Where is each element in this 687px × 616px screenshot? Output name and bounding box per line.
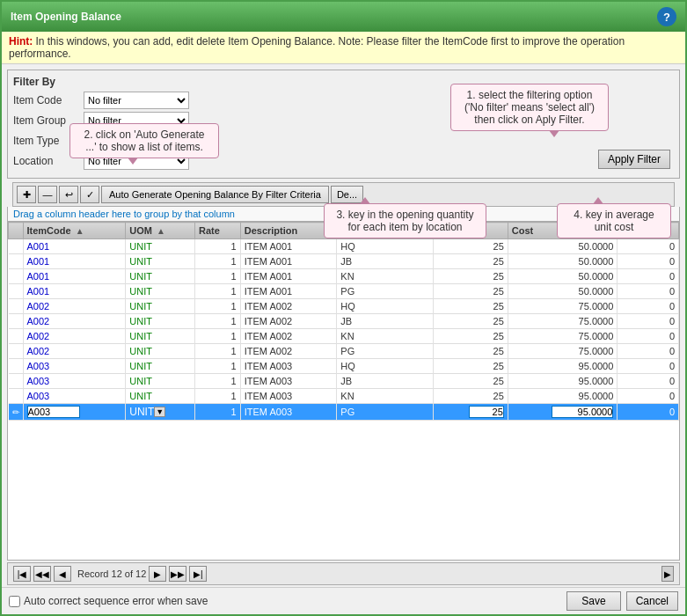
help-button[interactable]: ? bbox=[657, 7, 676, 26]
rate-cell: 1 bbox=[194, 284, 240, 299]
undo-button[interactable]: ↩ bbox=[59, 186, 78, 203]
table-row[interactable]: A002 UNIT 1 ITEM A002 JB 25 75.0000 0 bbox=[9, 314, 679, 329]
description-cell: ITEM A001 bbox=[240, 284, 337, 299]
location-cell: HQ bbox=[337, 299, 434, 314]
add-button[interactable]: ✚ bbox=[17, 186, 36, 203]
col-indicator bbox=[9, 223, 24, 239]
quantity-cell: 25 bbox=[434, 389, 508, 404]
cost-cell: 50.0000 bbox=[508, 269, 618, 284]
item-code-cell: A002 bbox=[23, 314, 126, 329]
row-indicator-cell bbox=[9, 284, 24, 299]
auto-correct-label: Auto correct sequence error when save bbox=[24, 595, 208, 607]
rate-cell: 1 bbox=[194, 329, 240, 344]
quantity-cell[interactable] bbox=[434, 404, 508, 421]
table-row[interactable]: A002 UNIT 1 ITEM A002 HQ 25 75.0000 0 bbox=[9, 299, 679, 314]
de-button[interactable]: De... bbox=[331, 186, 363, 203]
table-row[interactable]: A003 UNIT 1 ITEM A003 JB 25 95.0000 0 bbox=[9, 374, 679, 389]
table-row[interactable]: ✏ UNIT▼ 1 ITEM A003 PG 0 bbox=[9, 404, 679, 421]
col-description[interactable]: Description bbox=[240, 223, 337, 239]
content-area: Filter By Item Code No filter Item Group… bbox=[2, 64, 685, 614]
table-row[interactable]: A002 UNIT 1 ITEM A002 KN 25 75.0000 0 bbox=[9, 329, 679, 344]
col-uom[interactable]: UOM ▲ bbox=[126, 223, 195, 239]
table-row[interactable]: A001 UNIT 1 ITEM A001 PG 25 50.0000 0 bbox=[9, 284, 679, 299]
row-indicator-cell bbox=[9, 344, 24, 359]
quantity-cell: 25 bbox=[434, 269, 508, 284]
description-cell: ITEM A003 bbox=[240, 404, 337, 421]
rate-cell: 1 bbox=[194, 389, 240, 404]
row-indicator-cell bbox=[9, 329, 24, 344]
delete-button[interactable]: — bbox=[38, 186, 57, 203]
cancel-button[interactable]: Cancel bbox=[626, 591, 678, 611]
quantity-cell: 25 bbox=[434, 374, 508, 389]
save-button[interactable]: Save bbox=[566, 591, 620, 611]
record-info: Record 12 of 12 bbox=[77, 568, 146, 579]
row-indicator-cell bbox=[9, 389, 24, 404]
location-cell: PG bbox=[337, 284, 434, 299]
table-row[interactable]: A003 UNIT 1 ITEM A003 HQ 25 95.0000 0 bbox=[9, 359, 679, 374]
rate-cell: 1 bbox=[194, 374, 240, 389]
apply-filter-button[interactable]: Apply Filter bbox=[598, 150, 670, 169]
seq-cell: 0 bbox=[618, 374, 679, 389]
rate-cell: 1 bbox=[194, 359, 240, 374]
quantity-cell: 25 bbox=[434, 314, 508, 329]
filter-section: Filter By Item Code No filter Item Group… bbox=[7, 70, 680, 179]
auto-generate-button[interactable]: Auto Generate Opening Balance By Filter … bbox=[101, 186, 329, 203]
description-cell: ITEM A001 bbox=[240, 254, 337, 269]
table-wrapper[interactable]: ItemCode ▲ UOM ▲ Rate Description Locati… bbox=[7, 221, 680, 561]
row-indicator-cell bbox=[9, 374, 24, 389]
uom-cell: UNIT bbox=[126, 389, 195, 404]
description-cell: ITEM A001 bbox=[240, 269, 337, 284]
quantity-cell: 25 bbox=[434, 344, 508, 359]
cost-cell: 50.0000 bbox=[508, 284, 618, 299]
nav-next-page-button[interactable]: ▶▶ bbox=[169, 566, 186, 582]
table-row[interactable]: A001 UNIT 1 ITEM A001 KN 25 50.0000 0 bbox=[9, 269, 679, 284]
rate-cell: 1 bbox=[194, 344, 240, 359]
seq-cell: 0 bbox=[618, 269, 679, 284]
quantity-cell: 25 bbox=[434, 239, 508, 254]
uom-cell: UNIT bbox=[126, 299, 195, 314]
description-cell: ITEM A003 bbox=[240, 389, 337, 404]
cost-cell: 50.0000 bbox=[508, 239, 618, 254]
col-itemcode[interactable]: ItemCode ▲ bbox=[23, 223, 126, 239]
nav-prev-page-button[interactable]: ◀◀ bbox=[33, 566, 51, 582]
table-row[interactable]: A002 UNIT 1 ITEM A002 PG 25 75.0000 0 bbox=[9, 344, 679, 359]
confirm-button[interactable]: ✓ bbox=[80, 186, 99, 203]
rate-cell: 1 bbox=[194, 299, 240, 314]
nav-next-button[interactable]: ▶ bbox=[149, 566, 166, 582]
footer-buttons: Save Cancel bbox=[566, 591, 678, 611]
auto-correct-checkbox[interactable] bbox=[9, 596, 20, 607]
rate-cell: 1 bbox=[194, 269, 240, 284]
nav-scrollbar[interactable]: ▶ bbox=[661, 566, 674, 582]
description-cell: ITEM A001 bbox=[240, 239, 337, 254]
location-cell: KN bbox=[337, 389, 434, 404]
seq-cell: 0 bbox=[618, 389, 679, 404]
item-code-cell: A001 bbox=[23, 284, 126, 299]
row-indicator-cell: ✏ bbox=[9, 404, 24, 421]
rate-cell: 1 bbox=[194, 404, 240, 421]
cost-cell: 50.0000 bbox=[508, 254, 618, 269]
item-code-cell[interactable] bbox=[23, 404, 126, 421]
bottom-navigation: |◀ ◀◀ ◀ Record 12 of 12 ▶ ▶▶ ▶| ▶ bbox=[7, 562, 680, 585]
uom-cell: UNIT bbox=[126, 239, 195, 254]
uom-cell[interactable]: UNIT▼ bbox=[126, 404, 195, 421]
cost-cell[interactable] bbox=[508, 404, 618, 421]
table-row[interactable]: A003 UNIT 1 ITEM A003 KN 25 95.0000 0 bbox=[9, 389, 679, 404]
nav-first-button[interactable]: |◀ bbox=[13, 566, 31, 582]
item-code-cell: A002 bbox=[23, 329, 126, 344]
table-row[interactable]: A001 UNIT 1 ITEM A001 JB 25 50.0000 0 bbox=[9, 254, 679, 269]
cost-cell: 75.0000 bbox=[508, 299, 618, 314]
hint-bar: Hint: In this windows, you can add, edit… bbox=[2, 32, 685, 64]
quantity-cell: 25 bbox=[434, 329, 508, 344]
toolbar-wrapper: ✚ — ↩ ✓ Auto Generate Opening Balance By… bbox=[7, 179, 680, 207]
filter-row-itemcode: Item Code No filter bbox=[13, 92, 189, 109]
table-row[interactable]: A001 UNIT 1 ITEM A001 HQ 25 50.0000 0 bbox=[9, 239, 679, 254]
row-indicator-cell bbox=[9, 314, 24, 329]
row-indicator-cell bbox=[9, 299, 24, 314]
location-cell: KN bbox=[337, 269, 434, 284]
nav-last-button[interactable]: ▶| bbox=[189, 566, 207, 582]
hint-label: Hint: bbox=[9, 35, 33, 48]
col-rate[interactable]: Rate bbox=[194, 223, 240, 239]
description-cell: ITEM A002 bbox=[240, 344, 337, 359]
filter-select-itemcode[interactable]: No filter bbox=[84, 92, 189, 109]
nav-prev-button[interactable]: ◀ bbox=[54, 566, 71, 582]
